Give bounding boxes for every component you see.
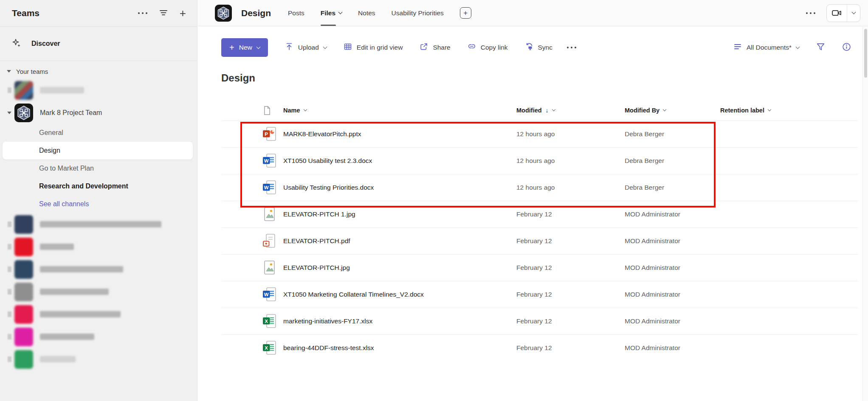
filter-funnel-icon[interactable] <box>816 42 825 53</box>
file-row[interactable]: ELEVATOR-PITCH.pdf February 12 MOD Admin… <box>221 227 858 254</box>
team-row-blurred[interactable] <box>0 213 197 236</box>
file-row[interactable]: W Usability Testing Priorities.docx 12 h… <box>221 174 858 201</box>
file-name[interactable]: marketing-initiatives-FY17.xlsx <box>283 317 516 325</box>
file-name[interactable]: MARK8-ElevatorPitch.pptx <box>283 130 516 138</box>
file-name[interactable]: ELEVATOR-PITCH.jpg <box>283 264 516 272</box>
toolbar-more-icon[interactable] <box>567 47 576 48</box>
collapse-caret-icon <box>7 112 11 114</box>
divider <box>0 26 197 27</box>
share-button[interactable]: Share <box>420 42 450 53</box>
channel-header: Design Posts Files Notes Usability Prior… <box>198 0 868 26</box>
scrollbar-thumb[interactable] <box>864 29 867 78</box>
channel-go-to-market-plan[interactable]: Go to Market Plan <box>3 160 193 177</box>
team-avatar-blurred <box>14 328 33 346</box>
blurred-caret <box>8 289 11 294</box>
file-modified: February 12 <box>516 344 625 352</box>
files-tab-content: + New Upload Edit in grid view Share <box>198 26 868 361</box>
blurred-caret <box>8 87 11 93</box>
channel-main-pane: Design Posts Files Notes Usability Prior… <box>198 0 868 401</box>
mark8-team-avatar <box>215 5 232 22</box>
chevron-down-icon <box>303 108 307 111</box>
team-name-blurred <box>40 87 84 93</box>
svg-text:X: X <box>265 319 268 324</box>
team-row-blurred[interactable] <box>0 258 197 280</box>
file-row[interactable]: ELEVATOR-PITCH 1.jpg February 12 MOD Adm… <box>221 201 858 227</box>
blurred-caret <box>8 334 11 339</box>
discover-label: Discover <box>31 40 60 48</box>
sync-button[interactable]: Sync <box>525 42 552 53</box>
blurred-caret <box>8 222 11 227</box>
team-row-blurred[interactable] <box>0 348 197 370</box>
file-row[interactable]: P MARK8-ElevatorPitch.pptx 12 hours ago … <box>221 121 858 147</box>
file-row[interactable]: ELEVATOR-PITCH.jpg February 12 MOD Admin… <box>221 254 858 281</box>
tab-posts[interactable]: Posts <box>288 0 304 26</box>
file-type-column-icon[interactable] <box>263 106 283 115</box>
join-or-create-team-icon[interactable]: + <box>180 8 186 19</box>
tab-usability-priorities[interactable]: Usability Priorities <box>392 0 444 26</box>
file-name[interactable]: Usability Testing Priorities.docx <box>283 184 516 191</box>
mark8-team-avatar <box>14 104 33 122</box>
files-table: Name Modified Modified By Retention labe… <box>221 100 858 361</box>
library-heading: Design <box>221 72 858 84</box>
team-row-mark8[interactable]: Mark 8 Project Team <box>0 101 197 124</box>
copy-link-button[interactable]: Copy link <box>468 42 508 53</box>
file-row[interactable]: X bearing-44DDF-stress-test.xlsx Februar… <box>221 334 858 361</box>
file-name[interactable]: XT1050 Marketing Collateral Timelines_V2… <box>283 291 516 298</box>
team-avatar-blurred <box>14 215 33 234</box>
tab-notes[interactable]: Notes <box>358 0 375 26</box>
discover-button[interactable]: Discover <box>3 34 194 54</box>
sidebar-title: Teams <box>12 8 126 18</box>
divider <box>0 61 197 61</box>
chevron-down-icon <box>663 108 666 111</box>
chevron-down-icon <box>256 45 260 49</box>
team-row-blurred[interactable] <box>0 303 197 325</box>
file-name[interactable]: XT1050 Usability test 2.3.docx <box>283 157 516 165</box>
word-file-icon: W <box>262 154 276 168</box>
file-name[interactable]: bearing-44DDF-stress-test.xlsx <box>283 344 516 352</box>
word-file-icon: W <box>262 180 276 195</box>
channel-general[interactable]: General <box>3 124 193 142</box>
team-avatar-blurred <box>14 283 33 301</box>
column-header-retention-label[interactable]: Retention label <box>720 107 858 114</box>
column-header-modified-by[interactable]: Modified By <box>625 107 720 114</box>
file-name[interactable]: ELEVATOR-PITCH 1.jpg <box>283 210 516 218</box>
tab-files[interactable]: Files <box>321 0 342 26</box>
your-teams-header[interactable]: Your teams <box>0 64 197 79</box>
team-name-blurred <box>40 221 161 227</box>
add-tab-button[interactable]: + <box>460 7 471 19</box>
view-selector[interactable]: All Documents* <box>733 42 799 53</box>
team-row-blurred[interactable] <box>0 280 197 303</box>
file-name[interactable]: ELEVATOR-PITCH.pdf <box>283 237 516 245</box>
new-button[interactable]: + New <box>221 38 268 57</box>
column-header-name[interactable]: Name <box>283 107 516 114</box>
see-all-channels-link[interactable]: See all channels <box>3 195 193 213</box>
edit-in-grid-view-button[interactable]: Edit in grid view <box>344 42 403 53</box>
sidebar-more-icon[interactable] <box>138 12 147 14</box>
info-icon[interactable] <box>842 42 851 53</box>
word-file-icon: W <box>262 287 276 302</box>
upload-button[interactable]: Upload <box>285 42 327 53</box>
file-row[interactable]: W XT1050 Usability test 2.3.docx 12 hour… <box>221 147 858 174</box>
channel-more-icon[interactable] <box>806 12 815 14</box>
channel-research-and-development[interactable]: Research and Development <box>3 177 193 195</box>
channel-title: Design <box>241 8 271 18</box>
meet-options-chevron[interactable] <box>847 5 860 22</box>
file-row[interactable]: X marketing-initiatives-FY17.xlsx Februa… <box>221 308 858 334</box>
meet-camera-button[interactable] <box>827 5 847 22</box>
file-modified-by: MOD Administrator <box>625 291 720 298</box>
team-row-blurred[interactable] <box>0 325 197 348</box>
filter-icon[interactable] <box>159 8 168 18</box>
teams-sidebar: Teams + Discover Your teams <box>0 0 197 401</box>
scrollbar[interactable] <box>862 27 868 401</box>
file-row[interactable]: W XT1050 Marketing Collateral Timelines_… <box>221 281 858 308</box>
team-name-blurred <box>40 244 74 250</box>
svg-text:X: X <box>265 345 268 351</box>
team-row-blurred[interactable] <box>0 79 197 101</box>
toolbar-right: All Documents* <box>733 42 858 53</box>
channel-design[interactable]: Design <box>3 142 193 160</box>
teams-app-window: Teams + Discover Your teams <box>0 0 868 401</box>
column-header-modified[interactable]: Modified <box>516 107 625 114</box>
team-row-blurred[interactable] <box>0 236 197 258</box>
powerpoint-file-icon: P <box>262 127 276 141</box>
your-teams-label: Your teams <box>16 68 48 75</box>
